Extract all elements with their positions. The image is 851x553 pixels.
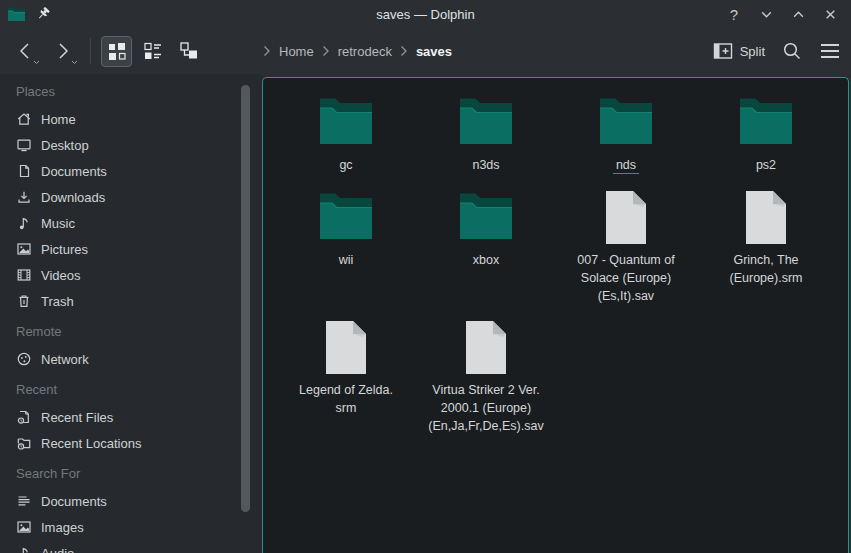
forward-icon	[54, 41, 72, 61]
icons-view-button[interactable]	[101, 36, 132, 67]
sidebar-item-pictures[interactable]: Pictures	[16, 236, 262, 262]
sidebar-item-search-images[interactable]: Images	[16, 514, 262, 540]
sidebar-item-label: Recent Files	[41, 410, 113, 425]
sidebar-item-label: Videos	[41, 268, 81, 283]
sidebar-item-label: Network	[41, 352, 89, 367]
images-icon	[16, 519, 32, 535]
sidebar-item-label: Home	[41, 112, 76, 127]
minimize-button[interactable]	[755, 3, 777, 25]
menu-button[interactable]	[819, 42, 841, 60]
item-label: n3ds	[472, 158, 499, 172]
breadcrumb-retrodeck[interactable]: retrodeck	[336, 44, 394, 59]
file-icon	[463, 319, 509, 376]
help-button[interactable]: ?	[723, 3, 745, 25]
close-button[interactable]	[819, 3, 841, 25]
breadcrumb-chevron-icon	[400, 45, 408, 57]
file-icon	[603, 189, 649, 246]
toolbar: Home retrodeck saves Split	[0, 28, 851, 74]
folder-item-gc[interactable]: gc	[276, 94, 416, 189]
sidebar-item-label: Desktop	[41, 138, 89, 153]
icons-view-icon	[106, 40, 128, 62]
places-panel: Places Home Desktop	[0, 74, 262, 553]
breadcrumb-current[interactable]: saves	[414, 44, 454, 59]
section-title-remote: Remote	[16, 324, 262, 342]
network-icon	[16, 351, 32, 367]
file-item-007-quantum-of-solace[interactable]: 007 - Quantum of Solace (Europe) (Es,It)…	[556, 189, 696, 319]
videos-icon	[16, 267, 32, 283]
item-label: nds	[613, 158, 639, 174]
breadcrumb: Home retrodeck saves	[263, 28, 454, 74]
sidebar-item-downloads[interactable]: Downloads	[16, 184, 262, 210]
icon-grid: gc n3ds nds ps2 wii	[263, 78, 848, 435]
sidebar-item-recent-locations[interactable]: Recent Locations	[16, 430, 262, 456]
folder-icon	[457, 189, 515, 246]
sidebar-item-recent-files[interactable]: Recent Files	[16, 404, 262, 430]
sidebar-item-network[interactable]: Network	[16, 346, 262, 372]
breadcrumb-home[interactable]: Home	[277, 44, 316, 59]
section-title-search-for: Search For	[16, 466, 262, 484]
text-lines-icon	[16, 493, 32, 509]
sidebar-item-label: Music	[41, 216, 75, 231]
item-label: ps2	[756, 158, 776, 172]
tree-view-icon	[178, 40, 200, 62]
sidebar-item-label: Documents	[41, 494, 107, 509]
folder-item-wii[interactable]: wii	[276, 189, 416, 319]
documents-icon	[16, 163, 32, 179]
recent-locations-icon	[16, 435, 32, 451]
sidebar-item-search-audio[interactable]: Audio	[16, 540, 262, 553]
folder-view[interactable]: gc n3ds nds ps2 wii	[262, 77, 849, 553]
sidebar-item-trash[interactable]: Trash	[16, 288, 262, 314]
music-icon	[16, 215, 32, 231]
maximize-button[interactable]	[787, 3, 809, 25]
folder-item-ps2[interactable]: ps2	[696, 94, 836, 189]
tree-view-button[interactable]	[173, 36, 204, 67]
back-button[interactable]	[10, 36, 40, 66]
sidebar-scrollbar[interactable]	[241, 85, 250, 512]
item-label: Virtua Striker 2 Ver. 2000.1 (Europe) (E…	[428, 383, 543, 433]
sidebar-item-home[interactable]: Home	[16, 106, 262, 132]
sidebar-item-desktop[interactable]: Desktop	[16, 132, 262, 158]
pictures-icon	[16, 241, 32, 257]
sidebar-item-videos[interactable]: Videos	[16, 262, 262, 288]
desktop-icon	[16, 137, 32, 153]
folder-icon	[317, 94, 375, 151]
file-icon	[323, 319, 369, 376]
audio-icon	[16, 545, 32, 553]
chevron-down-icon	[33, 60, 40, 65]
breadcrumb-chevron-icon	[322, 45, 330, 57]
item-label: Legend of Zelda.​srm	[299, 383, 393, 415]
search-button[interactable]	[781, 40, 803, 62]
sidebar-item-label: Images	[41, 520, 84, 535]
forward-button[interactable]	[48, 36, 78, 66]
sidebar-item-music[interactable]: Music	[16, 210, 262, 236]
section-title-places: Places	[16, 84, 262, 102]
sidebar-item-label: Downloads	[41, 190, 105, 205]
item-label: Grinch, The (Europe).srm	[730, 253, 803, 285]
sidebar-item-search-documents[interactable]: Documents	[16, 488, 262, 514]
toolbar-separator	[90, 38, 91, 64]
file-item-grinch-the[interactable]: Grinch, The (Europe).srm	[696, 189, 836, 319]
item-label: 007 - Quantum of Solace (Europe) (Es,It)…	[577, 253, 674, 303]
home-icon	[16, 111, 32, 127]
sidebar-item-label: Recent Locations	[41, 436, 141, 451]
trash-icon	[16, 293, 32, 309]
sidebar-item-documents[interactable]: Documents	[16, 158, 262, 184]
split-view-icon	[713, 42, 733, 60]
folder-item-xbox[interactable]: xbox	[416, 189, 556, 319]
menu-icon	[819, 42, 841, 60]
pin-icon[interactable]	[35, 6, 51, 22]
titlebar: saves — Dolphin ?	[0, 0, 851, 28]
details-view-button[interactable]	[137, 36, 168, 67]
sidebar-item-label: Pictures	[41, 242, 88, 257]
breadcrumb-chevron-icon	[263, 45, 271, 57]
file-item-virtua-striker-2[interactable]: Virtua Striker 2 Ver. 2000.1 (Europe) (E…	[416, 319, 556, 435]
search-icon	[781, 40, 803, 62]
folder-item-n3ds[interactable]: n3ds	[416, 94, 556, 189]
folder-item-nds[interactable]: nds	[556, 94, 696, 189]
item-label: xbox	[473, 253, 499, 267]
file-item-legend-of-zelda[interactable]: Legend of Zelda.​srm	[276, 319, 416, 435]
dolphin-window: saves — Dolphin ?	[0, 0, 851, 553]
item-label: gc	[339, 158, 352, 172]
folder-icon	[457, 94, 515, 151]
split-button[interactable]: Split	[713, 42, 765, 60]
